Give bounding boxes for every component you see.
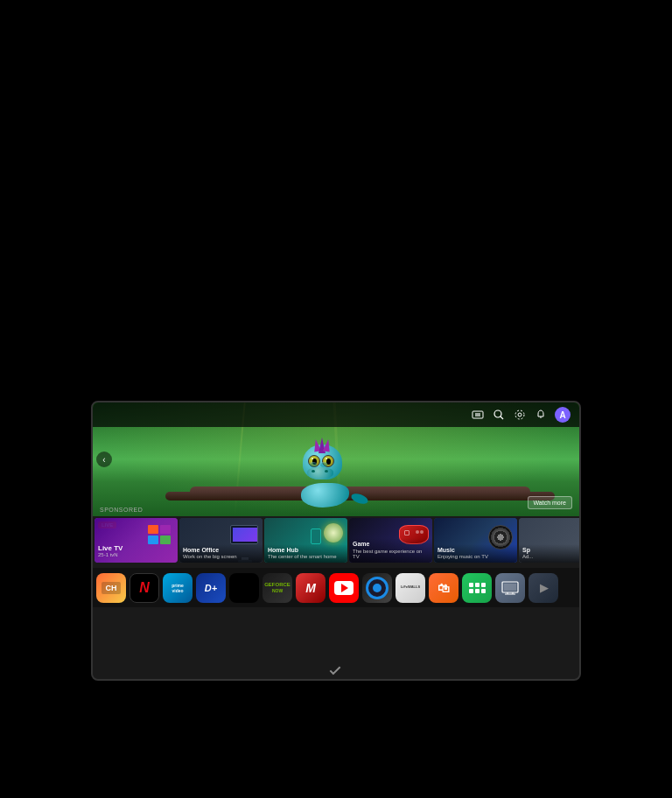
category-card-home-hub[interactable]: Home Hub The center of the smart home bbox=[264, 518, 347, 563]
app-ring[interactable] bbox=[362, 573, 392, 603]
app-prime-video[interactable]: primevideo bbox=[163, 573, 192, 603]
top-bar: A bbox=[93, 402, 579, 427]
svg-rect-1 bbox=[475, 413, 480, 416]
category-row: LIVE Live TV 25-1 tvN bbox=[93, 516, 579, 564]
app-disney-plus[interactable]: D+ bbox=[196, 573, 226, 603]
app-apps-grid[interactable] bbox=[462, 573, 492, 603]
app-geforce-now[interactable]: GEFORCE NOW bbox=[262, 573, 292, 603]
settings-icon[interactable] bbox=[513, 408, 527, 422]
home-hub-label: Home Hub The center of the smart home bbox=[264, 544, 347, 563]
notifications-icon[interactable] bbox=[534, 408, 548, 422]
watch-more-button[interactable]: Watch more bbox=[528, 496, 572, 509]
svg-line-3 bbox=[500, 416, 503, 419]
apps-row: CH N primevideo D+ GEFORCE NOW bbox=[93, 568, 579, 607]
sp-label: Sp Ad... bbox=[519, 544, 579, 563]
svg-point-2 bbox=[494, 410, 501, 417]
category-card-sp[interactable]: Sp Ad... bbox=[519, 518, 579, 563]
sponsored-label: SPONSORED bbox=[100, 507, 143, 513]
home-office-label: Home Office Work on the big screen bbox=[179, 544, 262, 563]
svg-rect-8 bbox=[504, 584, 516, 591]
search-icon[interactable] bbox=[492, 408, 506, 422]
app-youtube[interactable] bbox=[329, 573, 359, 603]
category-card-home-office[interactable]: Home Office Work on the big screen bbox=[179, 518, 262, 563]
live-tv-label: Live TV 25-1 tvN bbox=[98, 544, 122, 557]
app-shop[interactable]: 🛍 bbox=[429, 573, 458, 603]
app-lifewalls[interactable]: LiFeWALLS bbox=[396, 573, 425, 603]
svg-point-4 bbox=[518, 413, 522, 416]
svg-point-5 bbox=[515, 410, 524, 419]
app-apple-tv[interactable] bbox=[229, 573, 259, 603]
tv-input-icon[interactable] bbox=[471, 408, 485, 422]
category-card-music[interactable]: Music Enjoying music on TV bbox=[434, 518, 517, 563]
app-lg-channels[interactable]: CH bbox=[96, 573, 126, 603]
dragon-character bbox=[294, 438, 364, 508]
hero-nav-left[interactable]: ‹ bbox=[96, 452, 112, 467]
category-card-live-tv[interactable]: LIVE Live TV 25-1 tvN bbox=[94, 518, 178, 563]
music-label: Music Enjoying music on TV bbox=[434, 544, 517, 563]
app-tv-guide[interactable] bbox=[495, 573, 525, 603]
app-netflix[interactable]: N bbox=[130, 573, 159, 603]
user-avatar[interactable]: A bbox=[555, 407, 570, 423]
scroll-indicator bbox=[323, 663, 349, 676]
category-card-game[interactable]: Game The best game experience on TV bbox=[349, 518, 432, 563]
app-marvel[interactable]: M bbox=[296, 573, 326, 603]
game-label: Game The best game experience on TV bbox=[349, 538, 432, 563]
tv-screen: A bbox=[91, 401, 581, 681]
app-more[interactable]: ▶ bbox=[528, 573, 558, 603]
